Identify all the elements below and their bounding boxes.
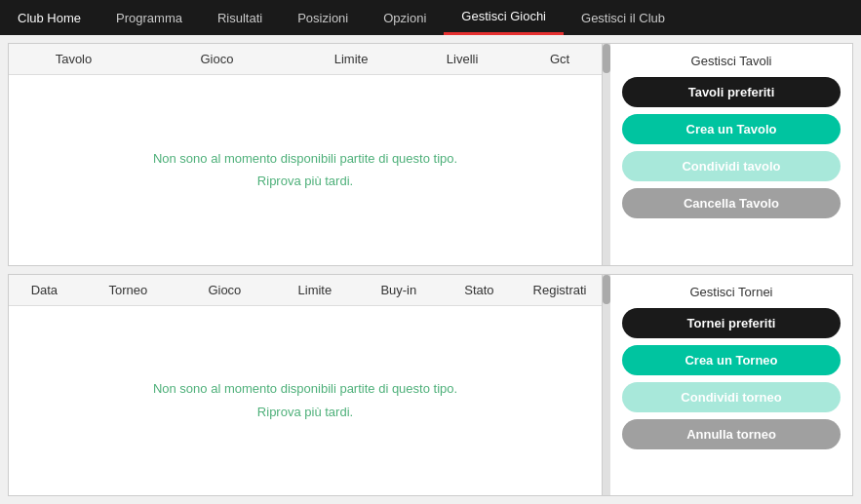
col-livelli: Livelli	[407, 44, 518, 74]
crea-tavolo-button[interactable]: Crea un Tavolo	[622, 114, 841, 144]
col-gioco-tavoli: Gioco	[138, 44, 295, 74]
tavoli-empty-line2: Riprova più tardi.	[257, 170, 353, 192]
tavoli-side-panel: Gestisci Tavoli Tavoli preferiti Crea un…	[610, 44, 852, 265]
nav-opzioni[interactable]: Opzioni	[366, 0, 444, 35]
nav-club-home[interactable]: Club Home	[0, 0, 98, 35]
tornei-preferiti-button[interactable]: Tornei preferiti	[622, 308, 841, 338]
tornei-empty-message: Non sono al momento disponibili partite …	[9, 306, 602, 496]
nav-programma[interactable]: Programma	[98, 0, 200, 35]
tavoli-empty-line1: Non sono al momento disponibili partite …	[153, 147, 457, 170]
col-stato: Stato	[441, 275, 518, 305]
annulla-torneo-button[interactable]: Annulla torneo	[622, 419, 841, 449]
nav-risultati[interactable]: Risultati	[200, 0, 280, 35]
crea-torneo-button[interactable]: Crea un Torneo	[622, 345, 841, 375]
col-limite-tornei: Limite	[273, 275, 357, 305]
tavoli-side-title: Gestisci Tavoli	[622, 54, 841, 68]
nav-gestisci-club[interactable]: Gestisci il Club	[564, 0, 683, 35]
tavoli-section: Tavolo Gioco Limite Livelli Gct Non sono…	[8, 43, 853, 266]
tornei-empty-line1: Non sono al momento disponibili partite …	[153, 377, 457, 400]
tavoli-headers: Tavolo Gioco Limite Livelli Gct	[9, 44, 602, 75]
col-tavolo: Tavolo	[9, 44, 138, 74]
tavoli-preferiti-button[interactable]: Tavoli preferiti	[622, 77, 841, 107]
tornei-scroll-thumb[interactable]	[603, 275, 610, 304]
col-registrati: Registrati	[518, 275, 602, 305]
nav-posizioni[interactable]: Posizioni	[280, 0, 366, 35]
tornei-section: Data Torneo Gioco Limite Buy-in Stato Re…	[8, 274, 853, 497]
tavoli-scroll-thumb[interactable]	[603, 44, 610, 73]
col-gct: Gct	[518, 44, 602, 74]
tavoli-scrollbar[interactable]	[603, 44, 610, 265]
col-buyin: Buy-in	[357, 275, 441, 305]
tornei-scrollbar[interactable]	[603, 275, 610, 496]
col-torneo: Torneo	[80, 275, 176, 305]
col-data: Data	[9, 275, 80, 305]
tornei-side-panel: Gestisci Tornei Tornei preferiti Crea un…	[610, 275, 852, 496]
tornei-side-title: Gestisci Tornei	[622, 285, 841, 299]
cancella-tavolo-button[interactable]: Cancella Tavolo	[622, 188, 841, 218]
tavoli-empty-message: Non sono al momento disponibili partite …	[9, 75, 602, 265]
condividi-torneo-button: Condividi torneo	[622, 382, 841, 412]
tornei-headers: Data Torneo Gioco Limite Buy-in Stato Re…	[9, 275, 602, 306]
tavoli-table-area: Tavolo Gioco Limite Livelli Gct Non sono…	[9, 44, 603, 265]
nav-gestisci-giochi[interactable]: Gestisci Giochi	[444, 0, 564, 35]
tornei-empty-line2: Riprova più tardi.	[257, 401, 353, 423]
tornei-table-area: Data Torneo Gioco Limite Buy-in Stato Re…	[9, 275, 603, 496]
main-content: Tavolo Gioco Limite Livelli Gct Non sono…	[0, 35, 861, 504]
col-gioco-tornei: Gioco	[176, 275, 273, 305]
col-limite-tavoli: Limite	[295, 44, 407, 74]
condividi-tavolo-button: Condividi tavolo	[622, 151, 841, 181]
top-nav: Club Home Programma Risultati Posizioni …	[0, 0, 861, 35]
